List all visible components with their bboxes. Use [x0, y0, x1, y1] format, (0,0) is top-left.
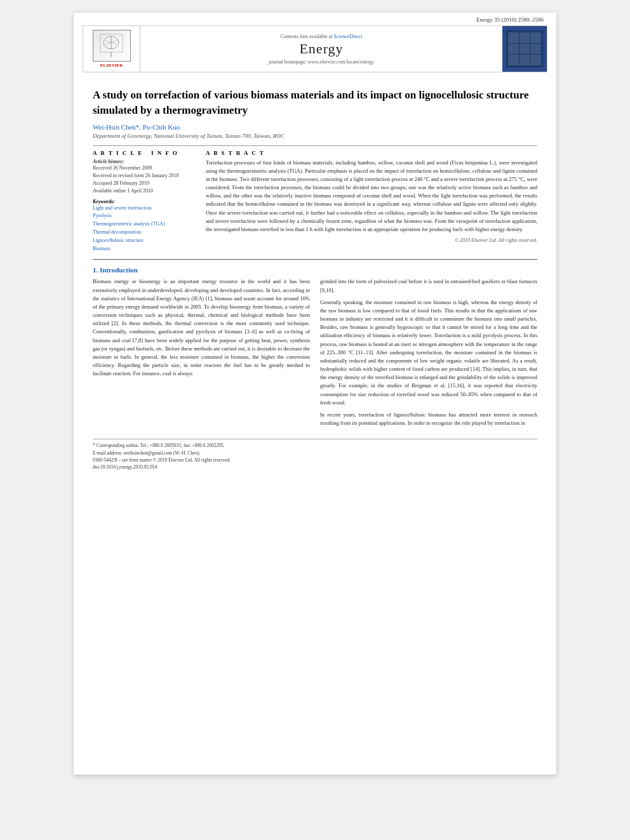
section-divider-top	[93, 145, 537, 146]
sciencedirect-label: Contents lists available at	[281, 34, 333, 39]
article-history: Article history: Received 26 November 20…	[93, 159, 194, 195]
keyword-3: Thermogravimetric analysis (TGA)	[93, 220, 194, 229]
banner-cell-1	[508, 32, 519, 43]
keywords-label: Keywords:	[93, 199, 194, 204]
abstract-label: A B S T R A C T	[206, 150, 537, 156]
keyword-6: Biomass	[93, 245, 194, 253]
footnote-1: * Corresponding author. Tel.: +886 6 260…	[93, 442, 537, 449]
journal-reference: Energy 35 (2010) 2580–2586	[74, 13, 556, 23]
banner-cell-8	[519, 55, 530, 65]
article-title: A study on torrefaction of various bioma…	[93, 88, 537, 118]
section1-heading: 1. Introduction	[93, 266, 537, 274]
abstract-column: A B S T R A C T Torrefaction processes o…	[206, 150, 537, 253]
logo-image	[93, 30, 131, 62]
journal-homepage: journal homepage: www.elsevier.com/locat…	[269, 59, 374, 65]
article-affiliation: Department of Greenergy, National Univer…	[93, 133, 537, 139]
keywords-section: Keywords: Light and severe torrefaction …	[93, 199, 194, 253]
body-left-text: Biomass energy or bioenergy is an import…	[93, 277, 310, 378]
available-line: Available online 1 April 2010	[93, 187, 194, 195]
elsevier-logo-section: ELSEVIER	[83, 26, 140, 72]
article-page: Energy 35 (2010) 2580–2586 ELSEVIER	[74, 13, 556, 775]
footnote-3: 0360-5442/$ – see front matter © 2010 El…	[93, 457, 537, 463]
banner-cell-6	[530, 44, 541, 55]
keyword-2: Pyrolysis	[93, 212, 194, 220]
footnote-4: doi:10.1016/j.energy.2010.02.054	[93, 463, 537, 470]
banner-cell-5	[519, 44, 530, 55]
keyword-5: Lignocellulosic structure	[93, 237, 194, 245]
history-group: Article history: Received 26 November 20…	[93, 159, 194, 195]
banner-cell-2	[519, 32, 530, 43]
banner-cell-9	[530, 55, 541, 65]
copyright-line: © 2010 Elsevier Ltd. All rights reserved…	[206, 237, 537, 243]
banner-cell-3	[530, 32, 541, 43]
elsevier-logo: ELSEVIER	[93, 30, 131, 68]
revised-line: Received in revised form 26 January 2010	[93, 172, 194, 180]
body-divider	[93, 259, 537, 260]
accepted-line: Accepted 28 February 2010	[93, 180, 194, 187]
info-abstract-section: A R T I C L E I N F O Article history: R…	[93, 150, 537, 253]
banner-cell-7	[508, 55, 519, 65]
body-right-para2: Generally speaking, the moisture contain…	[320, 298, 537, 407]
journal-title-section: Contents lists available at ScienceDirec…	[140, 26, 502, 72]
body-right-column: grinded into the form of pulverized coal…	[320, 277, 537, 431]
article-authors: Wei-Hsin Chen*, Po-Chih Kuo	[93, 123, 537, 131]
body-left-column: Biomass energy or bioenergy is an import…	[93, 277, 310, 431]
keyword-1: Light and severe torrefaction	[93, 204, 194, 213]
sciencedirect-text: Contents lists available at ScienceDirec…	[281, 34, 363, 39]
journal-banner: ELSEVIER Contents lists available at Sci…	[83, 25, 547, 72]
abstract-text: Torrefaction processes of four kinds of …	[206, 159, 537, 234]
article-info-column: A R T I C L E I N F O Article history: R…	[93, 150, 194, 253]
elsevier-brand-name: ELSEVIER	[93, 63, 131, 68]
body-right-para3: In recent years, torrefaction of lignoce…	[320, 411, 537, 427]
received-line: Received 26 November 2009	[93, 164, 194, 172]
journal-title: Energy	[299, 41, 343, 57]
history-label: Article history:	[93, 159, 194, 164]
body-columns: Biomass energy or bioenergy is an import…	[93, 277, 537, 431]
footnote-section: * Corresponding author. Tel.: +886 6 260…	[93, 439, 537, 470]
banner-image-right	[502, 26, 547, 72]
keyword-4: Thermal decomposition	[93, 229, 194, 237]
sciencedirect-link[interactable]: ScienceDirect	[334, 34, 363, 39]
body-right-text: grinded into the form of pulverized coal…	[320, 277, 537, 294]
introduction-section: 1. Introduction Biomass energy or bioene…	[93, 266, 537, 431]
banner-grid	[506, 30, 543, 67]
banner-cell-4	[508, 44, 519, 55]
journal-ref-text: Energy 35 (2010) 2580–2586	[476, 17, 544, 23]
elsevier-tree-icon	[97, 33, 126, 58]
article-content: A study on torrefaction of various bioma…	[74, 75, 556, 483]
footnote-2: E-mail address: weihsinchen@gmail.com (W…	[93, 450, 537, 457]
article-info-label: A R T I C L E I N F O	[93, 150, 194, 156]
